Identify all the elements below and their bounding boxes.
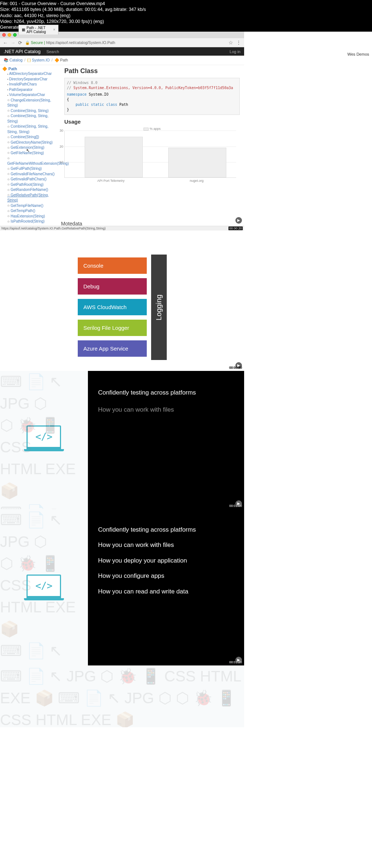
tree-item[interactable]: GetInvalidPathChars() — [7, 177, 58, 182]
chart-x-label: API Port Telemetry — [97, 179, 125, 183]
timestamp: 00:00:20 — [229, 227, 243, 230]
tree-item[interactable]: GetRandomFileName() — [7, 187, 58, 193]
tree-item[interactable]: GetFileName(String) — [7, 151, 58, 156]
breadcrumb-class: Path — [60, 58, 68, 62]
namespace-icon: { } — [27, 58, 31, 62]
class-icon: 🔶 — [54, 58, 59, 62]
site-brand[interactable]: .NET API Catalog — [4, 49, 41, 54]
tree-item[interactable]: GetTempFileName() — [7, 203, 58, 209]
logging-block: Serilog File Logger — [78, 320, 147, 336]
file-line: File: 001 - Course Overview - Course Ove… — [0, 1, 372, 7]
tree-item[interactable]: AltDirectorySeparatorChar — [7, 71, 58, 77]
summary-line: Confidently testing across platforms — [98, 384, 234, 401]
tree-item[interactable]: Combine(String[]) — [7, 135, 58, 140]
tree-root[interactable]: 🔶 Path — [2, 67, 58, 71]
browser-tab[interactable]: ▦ Path - .NET API Catalog × — [19, 25, 58, 35]
file-line: Audio: aac, 44100 Hz, stereo (eng) — [0, 13, 372, 19]
logging-block: Debug — [78, 278, 147, 295]
summary-line: Confidently testing across platforms — [98, 522, 234, 538]
tree-item[interactable]: GetExtension(String) — [7, 145, 58, 151]
tree-item[interactable]: GetDirectoryName(String) — [7, 140, 58, 145]
code-snippet: // Windows 8.0 // System.Runtime.Extensi… — [64, 78, 240, 115]
back-button[interactable]: ← — [3, 40, 8, 45]
main-panel: Path Class // Windows 8.0 // System.Runt… — [60, 65, 244, 226]
tree-item[interactable]: GetRelativePath(String, String) — [7, 193, 58, 203]
menu-icon[interactable]: ⋮ — [236, 40, 241, 45]
file-line: Video: h264, yuv420p, 1280x720, 30.00 fp… — [0, 19, 372, 24]
summary-line: How you can work with files — [98, 537, 234, 553]
trailing-panel: ⌨ 📄 ↖ JPG ⬡ 🐞 📱 CSS HTML EXE 📦 ⌨ 📄 ↖ JPG… — [0, 665, 244, 727]
logging-block: Console — [78, 257, 147, 274]
chart-legend: % apps — [64, 127, 240, 131]
decorative-icons-bg: ⌨ 📄 ↖ JPG ⬡⬡ 🐞 📱 CSSHTML EXE 📦⌨ 📄 ↖ JPG … — [0, 509, 88, 665]
forward-button[interactable]: → — [11, 40, 15, 45]
api-tree: 🔶 Path AltDirectorySeparatorCharDirector… — [0, 65, 60, 226]
tree-item[interactable]: VolumeSeparatorChar — [7, 92, 58, 98]
tree-item[interactable]: GetPathRoot(String) — [7, 182, 58, 188]
tree-item[interactable]: GetFullPath(String) — [7, 166, 58, 172]
summary-slide-2: ⌨ 📄 ↖ JPG ⬡⬡ 🐞 📱 CSSHTML EXE 📦⌨ 📄 ↖ JPG … — [0, 509, 244, 665]
chart-bar — [168, 148, 226, 177]
bookmark-icon[interactable]: ☆ — [229, 40, 233, 45]
timestamp: 00:01:00 — [229, 504, 242, 508]
logging-block: Azure App Service — [78, 340, 147, 357]
tree-item[interactable]: DirectorySeparatorChar — [7, 77, 58, 82]
url-field[interactable]: 🔒 Secure | https://apisof.net/catalog/Sy… — [25, 40, 115, 45]
window-close-icon[interactable] — [2, 33, 6, 37]
summary-line: How you configure apps — [98, 568, 234, 584]
page-content: 🔶 Path AltDirectorySeparatorCharDirector… — [0, 65, 244, 226]
summary-line: How you deploy your application — [98, 553, 234, 569]
tab-close-icon[interactable]: × — [53, 28, 55, 32]
site-header: .NET API Catalog Search Log in — [0, 47, 244, 56]
tree-item[interactable]: Combine(String, String) — [7, 108, 58, 114]
tree-item[interactable]: Combine(String, String, String) — [7, 113, 58, 124]
tree-item[interactable]: IsPathRooted(String) — [7, 219, 58, 224]
metadata-heading-cut: Motedata — [61, 221, 82, 227]
summary-line: How you can read and write data — [98, 584, 234, 600]
window-minimize-icon[interactable] — [8, 33, 11, 37]
tree-item[interactable]: PathSeparator — [7, 87, 58, 93]
logging-vertical-label: Logging — [151, 255, 167, 360]
chart-bar — [85, 137, 143, 178]
tree-item[interactable]: Combine(String, String, String, String) — [7, 124, 58, 135]
usage-heading: Usage — [64, 119, 240, 125]
timestamp: 00:01:20 — [229, 660, 242, 664]
catalog-icon: 📚 — [4, 58, 8, 62]
tab-favicon: ▦ — [22, 28, 25, 32]
window-titlebar: ▦ Path - .NET API Catalog × — [0, 32, 244, 38]
tree-item[interactable]: GetInvalidFileNameChars() — [7, 172, 58, 177]
decorative-icons-bg: ⌨ 📄 ↖ JPG ⬡ 🐞 📱 CSS HTML EXE 📦 ⌨ 📄 ↖ JPG… — [0, 665, 244, 727]
tree-item[interactable]: ChangeExtension(String, String) — [7, 98, 58, 108]
tab-title: Path - .NET API Catalog — [27, 26, 52, 34]
summary-slide-1: ⌨ 📄 ↖ JPG ⬡⬡ 🐞 📱 CSSHTML EXE 📦⌨ 📄 ↖ JPG … — [0, 371, 244, 509]
usage-chart: 102030API Port Telemetrynuget.org — [64, 131, 236, 178]
summary-line: How you can work with files — [98, 401, 234, 419]
breadcrumb-catalog[interactable]: Catalog — [9, 58, 23, 62]
status-url: https://apisof.net/catalog/System.IO.Pat… — [1, 227, 106, 230]
window-owner-label: Wes Demos — [347, 52, 369, 56]
chart-x-label: nuget.org — [190, 179, 203, 183]
decorative-icons-bg: ⌨ 📄 ↖ JPG ⬡⬡ 🐞 📱 CSSHTML EXE 📦⌨ 📄 ↖ JPG — [0, 371, 88, 509]
page-title: Path Class — [64, 67, 240, 75]
breadcrumb-namespace[interactable]: System.IO — [32, 58, 50, 62]
status-bar: https://apisof.net/catalog/System.IO.Pat… — [0, 226, 244, 231]
logging-diagram: ConsoleDebugAWS CloudWatchSerilog File L… — [0, 244, 244, 371]
tree-item[interactable]: HasExtension(String) — [7, 214, 58, 219]
timestamp: 00:00:40 — [229, 366, 242, 369]
window-maximize-icon[interactable] — [13, 33, 17, 37]
file-line: Size: 4511165 bytes (4.30 MiB), duration… — [0, 7, 372, 12]
logging-block: AWS CloudWatch — [78, 299, 147, 315]
play-overlay-icon: ▶ — [235, 217, 242, 224]
login-link[interactable]: Log in — [230, 49, 240, 54]
tree-item[interactable]: GetFileNameWithoutExtension(String) — [7, 156, 58, 166]
tree-item[interactable]: InvalidPathChars — [7, 82, 58, 87]
search-link[interactable]: Search — [46, 49, 59, 54]
reload-button[interactable]: ⟳ — [18, 40, 22, 45]
breadcrumb: 📚 Catalog / { } System.IO / 🔶 Path — [0, 56, 244, 65]
tree-item[interactable]: GetTempPath() — [7, 208, 58, 214]
address-bar: ← → ⟳ 🔒 Secure | https://apisof.net/cata… — [0, 38, 244, 47]
lock-icon: 🔒 — [25, 40, 30, 45]
